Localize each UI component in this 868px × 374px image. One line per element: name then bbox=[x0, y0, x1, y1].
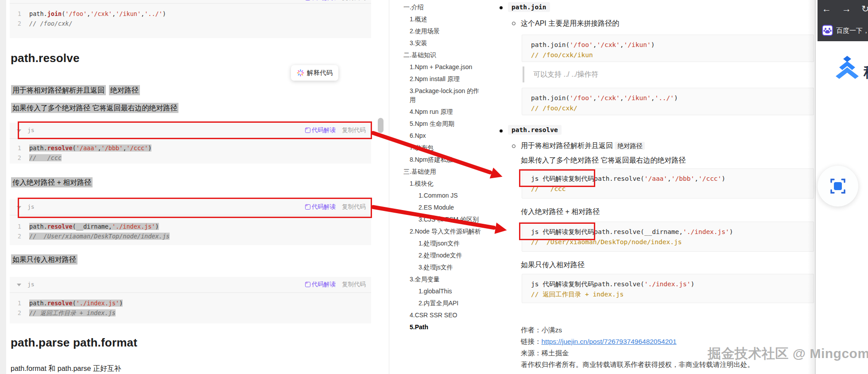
code-block-resolve-dirname: js 代码解读 复制代码 1path.resolve(__dirname,'./… bbox=[10, 199, 371, 245]
right-resolve-desc-2: 如果传入了多个绝对路径 它将返回最右边的绝对路径 bbox=[521, 156, 686, 165]
forward-icon[interactable]: → bbox=[842, 4, 851, 14]
code-lines: 1path.join('/foo','/cxk','/ikun','../')2… bbox=[10, 9, 371, 28]
toc-item[interactable]: 1.处理json文件 bbox=[403, 239, 483, 248]
toc-item[interactable]: 一.介绍 bbox=[403, 3, 483, 12]
para-only-rel: 如果只传入相对路径 bbox=[11, 255, 78, 265]
blockquote-text: 可以支持 ../ ../操作符 bbox=[533, 70, 599, 79]
ai-explain-icon bbox=[305, 0, 310, 0]
explain-code-button[interactable]: 代码解读 bbox=[305, 126, 336, 134]
code-block-toolbar: js 代码解读 复制代码 bbox=[10, 277, 371, 293]
heading-path-parse-format: path.parse path.format bbox=[11, 336, 137, 350]
toc-item[interactable]: 三.基础使用 bbox=[403, 167, 483, 176]
code-lines: js 代码解读复制代码path.resolve('./index.js')// … bbox=[531, 279, 814, 300]
blockquote-bar bbox=[523, 66, 524, 82]
toc-item[interactable]: 6.Npx bbox=[403, 131, 483, 140]
highlighted-text: 用于将相对路径解析并且返回 bbox=[11, 85, 106, 95]
page-edge-shadow bbox=[808, 0, 815, 374]
toc-item[interactable]: 1.globalThis bbox=[403, 287, 483, 296]
screenshot-root: 代码解读 复制代码 1path.join('/foo','/cxk','/iku… bbox=[0, 0, 868, 374]
sub-bullet-icon bbox=[512, 144, 515, 148]
tooltip-label: 解释代码 bbox=[307, 69, 333, 77]
toc-item[interactable]: 1.Common JS bbox=[403, 191, 483, 200]
inline-code-pill: 绝对路径 bbox=[615, 142, 645, 150]
right-title-path-resolve: path.resolve bbox=[508, 125, 562, 135]
explain-code-button[interactable]: 代码解读 bbox=[305, 203, 336, 211]
code-block-toolbar-clipped: 代码解读 复制代码 bbox=[10, 0, 371, 4]
baidu-bookmark-label[interactable]: 百度一下， bbox=[836, 27, 868, 35]
screenshot-scan-button[interactable] bbox=[818, 166, 858, 206]
toc-item[interactable]: 3.Package-lock.json 的作用 bbox=[403, 86, 483, 104]
copy-code-button[interactable]: 复制代码 bbox=[342, 0, 366, 2]
collapse-caret-icon[interactable] bbox=[17, 129, 21, 132]
toc-item[interactable]: 3.全局变量 bbox=[403, 275, 483, 284]
sparkle-icon bbox=[297, 69, 304, 77]
toc-item[interactable]: 1.概述 bbox=[403, 15, 483, 23]
para-format-parse: path.format 和 path.parse 正好互补 bbox=[11, 364, 121, 374]
toc-item[interactable]: 二.基础知识 bbox=[403, 51, 483, 59]
baidu-bookmark-icon[interactable] bbox=[822, 25, 833, 36]
toc-item[interactable]: 1.模块化 bbox=[403, 179, 483, 188]
code-lines: 1path.resolve(__dirname,'./index.js')2//… bbox=[10, 222, 371, 241]
explain-code-button[interactable]: 代码解读 bbox=[305, 280, 336, 288]
code-block-toolbar: js 代码解读 复制代码 bbox=[10, 199, 371, 215]
para-resolve-multi: 如果传入了多个绝对路径 它将返回最右边的绝对路径 bbox=[11, 104, 178, 113]
code-lines: js 代码解读复制代码path.resolve('/aaa','/bbb','/… bbox=[531, 174, 814, 194]
resolve-desc-text: 用于将相对路径解析并且返回 bbox=[521, 142, 613, 149]
right-title-path-join: path.join bbox=[508, 2, 550, 12]
toc-list: 一.介绍1.概述2.使用场景3.安装二.基础知识1.Npm + Package.… bbox=[403, 3, 483, 335]
toc-item[interactable]: 2.ES Module bbox=[403, 203, 483, 212]
left-pane-scrollbar-thumb[interactable] bbox=[378, 118, 384, 133]
code-block-resolve-abs: js 代码解读 复制代码 1path.resolve('/aaa','/bbb'… bbox=[10, 123, 371, 164]
collapse-caret-icon[interactable] bbox=[17, 284, 21, 286]
right-t2: 如果只传入相对路径 bbox=[521, 261, 585, 270]
code-lines: js 代码解读复制代码path.resolve(__dirname,'./ind… bbox=[531, 227, 814, 247]
reload-icon[interactable]: ↻ bbox=[861, 4, 868, 14]
code-block-resolve-rel: js 代码解读 复制代码 1path.resolve('./index.js')… bbox=[10, 277, 371, 323]
ai-explain-icon bbox=[305, 282, 310, 287]
toc-item[interactable]: 3.安装 bbox=[403, 39, 483, 47]
collapse-caret-icon[interactable] bbox=[17, 206, 21, 209]
page-divider bbox=[815, 0, 816, 374]
bullet-icon bbox=[500, 129, 503, 132]
right-code-join-1: path.join('/foo','/cxk','/ikun')// /foo/… bbox=[522, 35, 814, 62]
toc-item[interactable]: 2.Node 导入文件源码解析 bbox=[403, 227, 483, 236]
right-t1: 传入绝对路径 + 相对路径 bbox=[521, 207, 600, 217]
left-page-margin bbox=[0, 0, 6, 374]
toc-item[interactable]: 3.处理js文件 bbox=[403, 263, 483, 272]
back-icon[interactable]: ← bbox=[822, 4, 831, 14]
toc-item[interactable]: 5.Path bbox=[403, 323, 483, 331]
code-lang-label: js bbox=[27, 203, 35, 210]
toc-item[interactable]: 2.内置全局API bbox=[403, 299, 483, 308]
code-lang-label: js bbox=[27, 127, 35, 133]
copy-code-button[interactable]: 复制代码 bbox=[342, 203, 366, 211]
toc-item[interactable]: 2.Npm install 原理 bbox=[403, 74, 483, 83]
heading-path-resolve: path.resolve bbox=[11, 51, 80, 65]
bullet-icon bbox=[500, 6, 503, 9]
toc-item[interactable]: 1.Npm + Package.json bbox=[403, 62, 483, 71]
highlighted-text: 如果只传入相对路径 bbox=[11, 254, 78, 265]
right-code-resolve-2: js 代码解读复制代码path.resolve(__dirname,'./ind… bbox=[522, 222, 814, 252]
toc-item[interactable]: 4.Npm run 原理 bbox=[403, 107, 483, 116]
copy-code-button[interactable]: 复制代码 bbox=[342, 126, 366, 134]
sub-bullet-icon bbox=[512, 22, 515, 25]
toc-item[interactable]: 2.使用场景 bbox=[403, 27, 483, 35]
copy-code-button[interactable]: 复制代码 bbox=[342, 280, 366, 288]
juejin-logo-icon[interactable] bbox=[834, 55, 860, 84]
toc-panel: 一.介绍1.概述2.使用场景3.安装二.基础知识1.Npm + Package.… bbox=[389, 0, 482, 374]
para-resolve-desc: 用于将相对路径解析并且返回绝对路径 bbox=[11, 86, 140, 95]
explain-code-tooltip[interactable]: 解释代码 bbox=[291, 65, 338, 81]
toc-item[interactable]: 5.Npm 生命周期 bbox=[403, 119, 483, 128]
juejin-post-link[interactable]: https://juejin.cn/post/72679374964820542… bbox=[542, 338, 677, 345]
code-lang-label: js bbox=[27, 281, 35, 288]
right-code-join-2: path.join('/foo','/cxk','/ikun','../')//… bbox=[522, 88, 814, 115]
ai-explain-icon bbox=[305, 204, 310, 210]
code-block-path-join: 代码解读 复制代码 1path.join('/foo','/cxk','/iku… bbox=[10, 0, 371, 38]
right-code-resolve-3: js 代码解读复制代码path.resolve('./index.js')// … bbox=[522, 274, 814, 303]
explain-code-button[interactable]: 代码解读 bbox=[305, 0, 336, 2]
highlighted-text: 传入绝对路径 + 相对路径 bbox=[11, 177, 93, 187]
toc-item[interactable]: 2.处理node文件 bbox=[403, 251, 483, 260]
toc-item[interactable]: 4.CSR SSR SEO bbox=[403, 311, 483, 319]
code-lines: 1path.resolve('/aaa','/bbb','/ccc')2// /… bbox=[10, 143, 371, 163]
scan-icon bbox=[829, 177, 847, 195]
footer-author: 作者：小满zs bbox=[521, 324, 754, 336]
